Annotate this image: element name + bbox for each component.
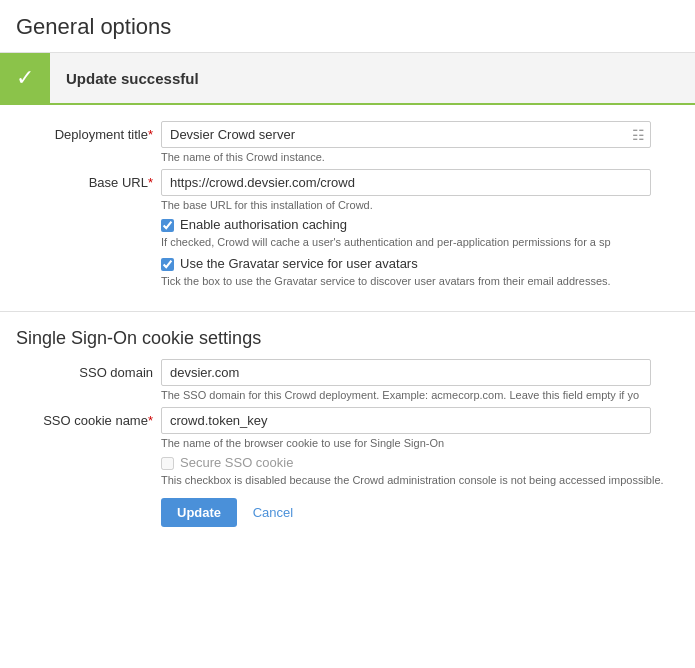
update-button[interactable]: Update (161, 498, 237, 527)
auth-caching-row: Enable authorisation caching (161, 217, 679, 232)
base-url-row: Base URL* The base URL for this installa… (16, 169, 679, 211)
page-title: General options (0, 0, 695, 53)
base-url-input[interactable] (161, 169, 651, 196)
base-url-control: The base URL for this installation of Cr… (161, 169, 651, 211)
deployment-title-row: Deployment title* ☷ The name of this Cro… (16, 121, 679, 163)
auth-caching-label: Enable authorisation caching (180, 217, 347, 232)
sso-section: SSO domain The SSO domain for this Crowd… (0, 359, 695, 551)
gravatar-row: Use the Gravatar service for user avatar… (161, 256, 679, 271)
gravatar-label: Use the Gravatar service for user avatar… (180, 256, 418, 271)
gravatar-checkbox[interactable] (161, 258, 174, 271)
checkmark-icon: ✓ (16, 65, 34, 91)
sso-section-title: Single Sign-On cookie settings (0, 311, 695, 359)
sso-domain-row: SSO domain The SSO domain for this Crowd… (16, 359, 679, 401)
sso-cookie-input[interactable] (161, 407, 651, 434)
secure-sso-label: Secure SSO cookie (180, 455, 293, 470)
cancel-button[interactable]: Cancel (249, 498, 297, 527)
secure-sso-help: This checkbox is disabled because the Cr… (161, 474, 679, 486)
success-banner: ✓ Update successful (0, 53, 695, 105)
edit-icon: ☷ (632, 127, 645, 143)
button-row: Update Cancel (161, 498, 679, 543)
success-icon: ✓ (0, 53, 50, 103)
deployment-title-label: Deployment title* (16, 121, 161, 142)
sso-cookie-label: SSO cookie name* (16, 407, 161, 428)
deployment-title-input[interactable] (161, 121, 651, 148)
sso-cookie-row: SSO cookie name* The name of the browser… (16, 407, 679, 449)
deployment-title-input-wrapper: ☷ (161, 121, 651, 148)
sso-domain-control: The SSO domain for this Crowd deployment… (161, 359, 651, 401)
base-url-label: Base URL* (16, 169, 161, 190)
general-options-section: Deployment title* ☷ The name of this Cro… (0, 121, 695, 303)
sso-cookie-help: The name of the browser cookie to use fo… (161, 437, 651, 449)
secure-sso-checkbox[interactable] (161, 457, 174, 470)
secure-sso-row: Secure SSO cookie (161, 455, 679, 470)
sso-domain-input[interactable] (161, 359, 651, 386)
base-url-help: The base URL for this installation of Cr… (161, 199, 651, 211)
sso-cookie-control: The name of the browser cookie to use fo… (161, 407, 651, 449)
deployment-title-control: ☷ The name of this Crowd instance. (161, 121, 651, 163)
sso-domain-help: The SSO domain for this Crowd deployment… (161, 389, 651, 401)
deployment-title-help: The name of this Crowd instance. (161, 151, 651, 163)
gravatar-help: Tick the box to use the Gravatar service… (161, 275, 679, 287)
auth-caching-checkbox[interactable] (161, 219, 174, 232)
auth-caching-help: If checked, Crowd will cache a user's au… (161, 236, 679, 248)
sso-domain-label: SSO domain (16, 359, 161, 380)
success-message: Update successful (50, 58, 215, 99)
